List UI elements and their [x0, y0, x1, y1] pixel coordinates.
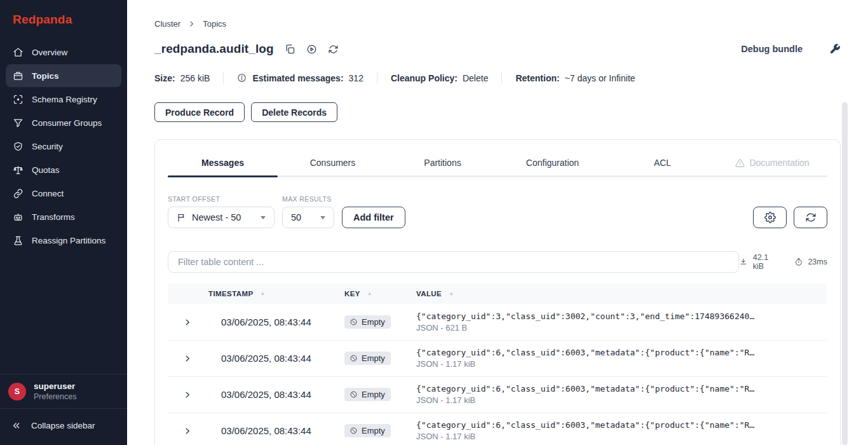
user-section: S superuser Preferences [0, 374, 127, 408]
retention-label: Retention: [515, 73, 559, 83]
topic-card: Messages Consumers Partitions Configurat… [154, 139, 841, 445]
expand-row-icon[interactable] [183, 427, 192, 435]
chevron-right-icon [187, 20, 196, 28]
sidebar-item-label: Consumer Groups [32, 118, 102, 128]
divider [501, 72, 502, 84]
ban-icon [349, 390, 358, 399]
home-icon [13, 47, 24, 58]
filter-table-input[interactable] [168, 251, 739, 273]
sidebar-item-transforms[interactable]: Transforms [6, 205, 121, 228]
start-offset-select[interactable]: Newest - 50 [168, 207, 275, 228]
vertical-scrollbar[interactable] [842, 102, 848, 445]
main-area: Cluster Topics _redpanda.audit_log Debug… [127, 0, 868, 445]
avatar: S [8, 383, 26, 400]
collapse-sidebar-label: Collapse sidebar [31, 421, 95, 430]
sidebar-item-label: Schema Registry [32, 95, 97, 104]
preferences-link[interactable]: Preferences [34, 392, 76, 401]
wrench-icon[interactable] [829, 43, 841, 55]
sidebar-item-security[interactable]: Security [6, 135, 121, 158]
user-name: superuser [34, 381, 76, 391]
timestamp-column-header[interactable]: TIMESTAMP▲ [208, 284, 344, 304]
sidebar-item-label: Overview [32, 48, 67, 57]
double-chevron-left-icon [11, 420, 22, 431]
messages-table: TIMESTAMP▲ KEY▲ VALUE▲ 03/06/2025, 08:43… [168, 284, 827, 445]
expand-row-icon[interactable] [183, 354, 192, 363]
shield-icon [13, 141, 24, 152]
row-value-meta: JSON - 1.17 kiB [416, 395, 827, 405]
copy-icon[interactable] [285, 44, 295, 55]
table-row: 03/06/2025, 08:43:44 Empty {"category_ui… [168, 340, 827, 376]
warning-triangle-icon [735, 158, 745, 168]
row-timestamp: 03/06/2025, 08:43:44 [208, 340, 344, 376]
expand-row-icon[interactable] [183, 318, 192, 327]
settings-button[interactable] [753, 207, 787, 228]
breadcrumb-cluster[interactable]: Cluster [154, 19, 180, 29]
debug-bundle-link[interactable]: Debug bundle [741, 44, 803, 54]
estimated-messages-label: Estimated messages: [252, 73, 343, 83]
result-meta: 42.1 kiB 23ms [739, 253, 827, 271]
sidebar-item-consumer-groups[interactable]: Consumer Groups [6, 111, 121, 134]
key-column-header[interactable]: KEY▲ [344, 284, 416, 304]
table-tools [753, 207, 827, 228]
refresh-icon[interactable] [328, 44, 339, 55]
row-timestamp: 03/06/2025, 08:43:44 [208, 413, 344, 445]
payload-size: 42.1 kiB [753, 253, 782, 271]
chevron-down-icon [261, 216, 266, 219]
page-title: _redpanda.audit_log [154, 42, 274, 56]
sidebar: Redpanda Overview Topics Schema Registry… [0, 0, 127, 445]
play-circle-icon[interactable] [306, 44, 317, 55]
expander-column-header [168, 284, 208, 304]
max-results-value: 50 [291, 212, 301, 222]
refresh-table-button[interactable] [794, 207, 827, 228]
tab-configuration[interactable]: Configuration [498, 149, 607, 177]
tab-consumers[interactable]: Consumers [278, 149, 388, 177]
add-filter-button[interactable]: Add filter [342, 207, 405, 228]
divider [377, 72, 377, 84]
produce-record-button[interactable]: Produce Record [154, 102, 245, 122]
funnel-icon [13, 118, 24, 128]
sort-icon: ▲ [367, 291, 372, 296]
expand-row-icon[interactable] [183, 390, 192, 399]
size-label: Size: [154, 73, 175, 83]
table-row: 03/06/2025, 08:43:44 Empty {"category_ui… [168, 413, 827, 445]
delete-records-button[interactable]: Delete Records [251, 102, 337, 122]
key-empty-badge: Empty [344, 315, 391, 329]
table-header-row: TIMESTAMP▲ KEY▲ VALUE▲ [168, 284, 827, 304]
value-column-header[interactable]: VALUE▲ [416, 284, 827, 304]
tab-acl[interactable]: ACL [607, 149, 717, 177]
breadcrumb: Cluster Topics [154, 19, 841, 29]
retention-value: ~7 days or Infinite [565, 73, 635, 83]
tab-bar: Messages Consumers Partitions Configurat… [168, 149, 827, 177]
scales-icon [13, 165, 24, 175]
sidebar-item-quotas[interactable]: Quotas [6, 158, 121, 181]
sidebar-item-overview[interactable]: Overview [6, 41, 121, 64]
ban-icon [349, 354, 358, 362]
table-row: 03/06/2025, 08:43:44 Empty {"category_ui… [168, 304, 827, 340]
ban-icon [349, 318, 358, 326]
ban-icon [349, 427, 358, 435]
estimated-messages-value: 312 [349, 73, 363, 83]
info-icon [237, 73, 247, 83]
download-icon [739, 257, 748, 266]
sidebar-item-reassign-partitions[interactable]: Reassign Partitions [6, 229, 121, 252]
breadcrumb-topics[interactable]: Topics [203, 19, 226, 29]
sidebar-item-connect[interactable]: Connect [6, 182, 121, 205]
refresh-icon [805, 212, 817, 223]
sort-icon: ▲ [449, 291, 454, 296]
max-results-select[interactable]: 50 [282, 207, 334, 228]
row-value: {"category_uid":6,"class_uid":6003,"meta… [416, 384, 761, 394]
tab-messages[interactable]: Messages [168, 149, 278, 177]
redpanda-logo: Redpanda [0, 0, 127, 37]
sidebar-item-label: Transforms [32, 212, 75, 222]
title-row: _redpanda.audit_log Debug bundle [154, 42, 841, 56]
sidebar-item-schema-registry[interactable]: Schema Registry [6, 88, 121, 111]
tab-documentation: Documentation [717, 149, 827, 177]
collapse-sidebar-button[interactable]: Collapse sidebar [0, 408, 127, 445]
sidebar-item-topics[interactable]: Topics [6, 64, 121, 87]
sidebar-bottom: S superuser Preferences Collapse sidebar [0, 374, 127, 445]
row-value-meta: JSON - 621 B [416, 323, 827, 332]
link-icon [13, 188, 24, 199]
flask-icon [13, 235, 24, 246]
message-controls: START OFFSET Newest - 50 MAX RESULTS 50 … [168, 195, 827, 228]
tab-partitions[interactable]: Partitions [388, 149, 498, 177]
